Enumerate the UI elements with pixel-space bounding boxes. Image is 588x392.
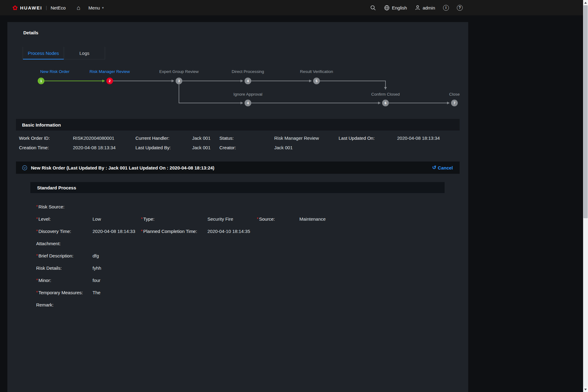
required-marker: * (36, 278, 38, 283)
required-marker: * (141, 229, 142, 234)
info-value-status: Risk Manager Review (274, 135, 339, 141)
field-label-type: *Type: (141, 216, 207, 222)
huawei-logo-icon: ✿ (12, 5, 18, 11)
flow-label-close: Close (449, 92, 460, 97)
tab-process-nodes[interactable]: Process Nodes (23, 47, 64, 59)
process-flow-diagram: New Risk Order Risk Manager Review Exper… (31, 66, 469, 112)
field-label-source: *Source: (257, 216, 299, 222)
flow-number-2: 2 (109, 79, 111, 83)
info-label-last-updated-on: Last Updated On: (339, 135, 397, 141)
form-row: *Level: Low *Type: Security Fire *Source… (36, 213, 439, 225)
connector-5-confirm (320, 81, 385, 89)
form-row: Remark: (36, 299, 439, 311)
flow-number-3: 3 (178, 79, 180, 83)
page-title: Details (16, 30, 460, 35)
form-row: *Risk Source: (36, 200, 439, 213)
standard-process-header: Standard Process (30, 182, 445, 193)
menu-button[interactable]: Menu ▾ (89, 5, 104, 10)
language-switcher[interactable]: English (384, 5, 407, 11)
field-label-discovery-time: *Discovery Time: (36, 229, 93, 234)
flow-number-4: 4 (247, 79, 249, 83)
required-marker: * (36, 204, 38, 209)
info-label-creation-time: Creation Time: (19, 145, 73, 150)
required-marker: * (36, 253, 38, 258)
field-label-minor: *Minor: (36, 278, 93, 283)
info-icon[interactable]: i (443, 5, 449, 11)
flow-number-1: 1 (40, 79, 42, 83)
required-marker: * (36, 290, 38, 295)
order-section-body: Standard Process *Risk Source: *Level: L… (16, 174, 460, 320)
field-value-minor: four (93, 278, 207, 283)
collapse-icon[interactable] (22, 165, 27, 170)
field-value-brief-description: dfg (93, 253, 207, 258)
scrollbar-up-arrow[interactable] (583, 0, 588, 5)
flow-label-expert-group-review: Expert Group Review (159, 69, 199, 74)
basic-information-header: Basic Information (16, 119, 460, 131)
help-glyph: ? (459, 6, 461, 10)
brand-separator: | (46, 5, 47, 10)
flow-label-direct-processing: Direct Processing (232, 69, 264, 74)
info-glyph: i (446, 6, 446, 10)
info-label-work-order-id: Work Order ID: (19, 135, 73, 141)
page-background: Details Process Nodes Logs (0, 15, 583, 392)
required-marker: * (36, 229, 38, 234)
basic-information-section: Basic Information Work Order ID: RISK202… (16, 119, 460, 154)
field-label-attachment: Attachment: (36, 241, 93, 246)
globe-icon (384, 5, 390, 11)
field-value-planned-completion-time: 2020-04-10 18:14:35 (207, 229, 299, 234)
field-label-risk-source: *Risk Source: (36, 204, 93, 209)
menu-label: Menu (89, 5, 100, 10)
page-scrollbar[interactable] (583, 0, 588, 392)
order-section-title: New Risk Order (Last Updated By : Jack 0… (31, 165, 214, 170)
cancel-label: Cancel (438, 165, 453, 170)
cancel-button[interactable]: ↺ Cancel (432, 165, 453, 170)
info-value-creation-time: 2020-04-08 18:13:34 (73, 145, 135, 150)
field-value-risk-details: fyhh (93, 265, 207, 271)
field-value-source: Maintenance (299, 216, 439, 222)
user-menu[interactable]: admin (415, 5, 435, 10)
flow-label-risk-manager-review: Risk Manager Review (89, 69, 130, 74)
username-label: admin (423, 5, 435, 10)
flow-label-ignore-approval: Ignore Approval (233, 92, 263, 97)
navbar-right-group: English admin i ? (370, 5, 463, 11)
home-icon[interactable]: ⌂ (77, 5, 80, 11)
field-value-discovery-time: 2020-04-08 18:14:33 (93, 229, 141, 234)
basic-information-grid: Work Order ID: RISK202004080001 Current … (16, 131, 460, 154)
field-label-planned-completion-time: *Planned Completion Time: (141, 229, 207, 234)
field-label-remark: Remark: (36, 302, 93, 307)
form-row: Risk Details: fyhh (36, 262, 439, 274)
details-panel: Details Process Nodes Logs (7, 22, 468, 392)
info-label-last-updated-by: Last Updated By: (135, 145, 192, 150)
chevron-down-icon: ▾ (102, 6, 104, 10)
required-marker: * (141, 216, 142, 221)
field-label-level: *Level: (36, 216, 93, 222)
flow-number-7: 7 (453, 101, 455, 105)
flow-label-result-verification: Result Verification (300, 69, 333, 74)
flow-number-6: 6 (385, 101, 386, 105)
flow-number-4b: 4 (247, 101, 249, 105)
brand-name: HUAWEI (20, 5, 42, 10)
scrollbar-down-arrow[interactable] (583, 387, 588, 392)
flow-label-confirm-closed: Confirm Closed (371, 92, 400, 97)
help-icon[interactable]: ? (457, 5, 463, 11)
field-label-temporary-measures: *Temporary Measures: (36, 290, 93, 295)
form-row: *Discovery Time: 2020-04-08 18:14:33 *Pl… (36, 225, 439, 237)
tab-logs[interactable]: Logs (64, 47, 105, 59)
order-form: *Risk Source: *Level: Low *Type: Securit… (30, 200, 439, 311)
form-row: *Minor: four (36, 274, 439, 286)
field-label-brief-description: *Brief Description: (36, 253, 93, 258)
form-row: *Brief Description: dfg (36, 249, 439, 262)
field-value-type: Security Fire (207, 216, 257, 222)
flow-number-5: 5 (316, 79, 317, 83)
info-label-creator: Creator: (219, 145, 274, 150)
info-value-work-order-id: RISK202004080001 (73, 135, 135, 141)
top-navbar: ✿ HUAWEI | NetEco ⌂ Menu ▾ English (0, 0, 583, 15)
field-value-level: Low (93, 216, 141, 222)
search-icon[interactable] (370, 5, 376, 11)
scrollbar-thumb[interactable] (583, 5, 588, 218)
language-label: English (392, 5, 407, 10)
flow-label-new-risk-order: New Risk Order (40, 69, 70, 74)
form-row: Attachment: (36, 237, 439, 249)
info-value-last-updated-on: 2020-04-08 18:13:34 (397, 135, 460, 141)
field-label-risk-details: Risk Details: (36, 265, 93, 271)
